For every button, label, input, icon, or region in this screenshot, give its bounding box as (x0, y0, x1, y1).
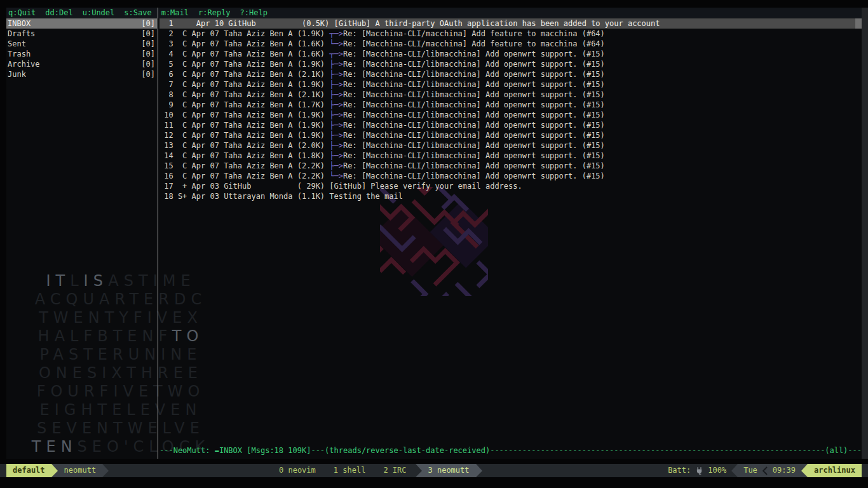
mail-row[interactable]: 3 C Apr 07 Taha Aziz Ben A (1.6K) └─>Re:… (159, 39, 855, 49)
mail-subject: Re: [Macchina-CLI/libmacchina] Add openw… (343, 121, 605, 130)
word-clock-row: FOURFIVETWO (25, 383, 216, 401)
sidebar-item-junk[interactable]: Junk[0] (6, 69, 157, 79)
sidebar-item-archive[interactable]: Archive[0] (6, 59, 157, 69)
mail-row[interactable]: 4 C Apr 07 Taha Aziz Ben A (1.6K) ┬─>Re:… (159, 49, 855, 59)
word-clock-row: ACQUARTERDC (25, 290, 216, 309)
mail-row-meta: 6 C Apr 07 Taha Aziz Ben A (2.1K) (159, 70, 329, 79)
mail-row-meta: 14 C Apr 07 Taha Aziz Ben A (1.8K) (159, 151, 329, 160)
tmux-datetime: Tue 09:39 (738, 464, 801, 477)
help-key-hint: q:Quit (8, 8, 36, 18)
tmux-window[interactable]: 1 shell (325, 464, 375, 477)
mail-row[interactable]: 18 S+ Apr 03 Uttarayan Monda (1.1K) Test… (159, 191, 855, 201)
word-clock-letters: FOURFIVETWO (37, 383, 205, 400)
mail-row[interactable]: 10 C Apr 07 Taha Aziz Ben A (1.9K) ├─>Re… (159, 110, 855, 120)
battery-percentage: 100% (708, 464, 726, 477)
scrollbar-track[interactable] (862, 8, 868, 459)
powerline-arrow-icon (801, 464, 808, 477)
mail-row-meta: 17 + Apr 03 GitHub ( 29K) (159, 182, 329, 191)
mail-row[interactable]: 6 C Apr 07 Taha Aziz Ben A (2.1K) ├─>Re:… (159, 69, 855, 79)
mail-row-meta: 18 S+ Apr 03 Uttarayan Monda (1.1K) (159, 192, 329, 201)
tmux-session-name[interactable]: default (6, 464, 51, 477)
mailbox-name: INBOX (8, 18, 31, 29)
mail-row[interactable]: 2 C Apr 07 Taha Aziz Ben A (1.9K) ┬─>Re:… (159, 29, 855, 39)
powerline-arrow-icon (731, 464, 738, 477)
help-key-hint: u:Undel (83, 8, 115, 18)
word-clock-row: SEVENTWELVE (25, 419, 216, 438)
mail-subject: Re: [Macchina-CLI/libmacchina] Add openw… (343, 131, 605, 140)
mail-subject: Testing the mail (329, 192, 403, 201)
plug-icon (695, 466, 703, 475)
word-clock-row: ONESIXTHREE (25, 364, 216, 383)
mailbox-count: [0] (141, 29, 155, 39)
tmux-status-bar: default neomutt 0 neovim1 shell2 IRC3 ne… (0, 464, 868, 477)
chevron-left-icon (763, 466, 768, 475)
thread-tree-glyph: ├─> (329, 60, 343, 69)
mail-row[interactable]: 16 C Apr 07 Taha Aziz Ben A (2.2K) └─>Re… (159, 171, 855, 181)
word-clock-letters: SEVENTWELVE (37, 419, 205, 437)
mail-row[interactable]: 17 + Apr 03 GitHub ( 29K) [GitHub] Pleas… (159, 181, 855, 191)
mail-row-meta: 5 C Apr 07 Taha Aziz Ben A (1.9K) (159, 60, 329, 69)
mail-row-meta: 4 C Apr 07 Taha Aziz Ben A (1.6K) (159, 50, 329, 58)
mail-subject: Re: [Macchina-CLI/libmacchina] Add openw… (343, 60, 605, 69)
mailbox-count: [0] (141, 39, 155, 49)
mail-row[interactable]: 13 C Apr 07 Taha Aziz Ben A (2.0K) ├─>Re… (159, 140, 855, 151)
mail-row-meta: 10 C Apr 07 Taha Aziz Ben A (1.9K) (159, 111, 329, 119)
mail-row[interactable]: 11 C Apr 07 Taha Aziz Ben A (1.9K) ├─>Re… (159, 120, 855, 130)
mail-row[interactable]: 9 C Apr 07 Taha Aziz Ben A (1.7K) ├─>Re:… (159, 100, 855, 110)
mail-row[interactable]: 8 C Apr 07 Taha Aziz Ben A (2.1K) ├─>Re:… (159, 90, 855, 100)
sidebar-divider (158, 8, 158, 459)
word-clock-letters: TWENTYFIVEX (39, 309, 203, 327)
mail-row[interactable]: 7 C Apr 07 Taha Aziz Ben A (1.9K) ├─>Re:… (159, 79, 855, 90)
word-clock-row: HALFBTENFTO (25, 327, 216, 346)
mail-row[interactable]: 12 C Apr 07 Taha Aziz Ben A (1.9K) ├─>Re… (159, 130, 855, 140)
mail-subject: Re: [Macchina-CLI/libmacchina] Add openw… (343, 50, 605, 58)
mailbox-count: [0] (141, 18, 155, 29)
status-view-filter: (all)--- (825, 445, 862, 456)
thread-tree-glyph: └─> (329, 39, 343, 48)
help-key-hint: ?:Help (240, 8, 268, 18)
word-clock-letters: ONESIXTHREE (39, 364, 203, 382)
mailbox-sidebar: INBOX[0]Drafts[0]Sent[0]Trash[0]Archive[… (6, 18, 157, 79)
word-clock-letters: TO (172, 327, 204, 345)
mail-subject: Re: [Macchina-CLI/libmacchina] Add openw… (343, 161, 605, 170)
mail-subject: Re: [Macchina-CLI/macchina] Add feature … (343, 39, 605, 48)
mail-subject: [GitHub] Please verify your email addres… (329, 182, 522, 191)
wallpaper-maze-art (380, 187, 488, 296)
mail-row[interactable]: 14 C Apr 07 Taha Aziz Ben A (1.8K) ├─>Re… (159, 151, 855, 161)
terminal-window: ITLISASTIMEACQUARTERDCTWENTYFIVEXHALFBTE… (6, 8, 868, 459)
word-clock-letters: IT (46, 272, 70, 290)
mail-subject: Re: [Macchina-CLI/libmacchina] Add openw… (343, 111, 605, 119)
scrollbar-thumb[interactable] (855, 18, 862, 29)
mailbox-name: Trash (8, 49, 31, 59)
mail-subject: Re: [Macchina-CLI/libmacchina] Add openw… (343, 100, 605, 109)
powerline-arrow-icon (416, 464, 422, 477)
sidebar-item-sent[interactable]: Sent[0] (6, 39, 157, 49)
thread-tree-glyph: └─> (329, 172, 343, 180)
powerline-arrow-icon (51, 464, 58, 477)
sidebar-item-inbox[interactable]: INBOX[0] (6, 18, 157, 29)
mail-row-meta: 8 C Apr 07 Taha Aziz Ben A (2.1K) (159, 90, 329, 99)
sidebar-item-drafts[interactable]: Drafts[0] (6, 29, 157, 39)
word-clock-letters: TEN (32, 438, 78, 456)
mail-row-meta: 9 C Apr 07 Taha Aziz Ben A (1.7K) (159, 100, 329, 109)
mail-row-meta: 15 C Apr 07 Taha Aziz Ben A (2.2K) (159, 161, 329, 170)
mail-row[interactable]: 15 C Apr 07 Taha Aziz Ben A (2.2K) ├─>Re… (159, 161, 855, 171)
mail-row-meta: 13 C Apr 07 Taha Aziz Ben A (2.0K) (159, 141, 329, 150)
mail-row[interactable]: 1 Apr 10 GitHub (0.5K) [GitHub] A third-… (159, 18, 855, 29)
mail-subject: Re: [Macchina-CLI/libmacchina] Add openw… (343, 151, 605, 160)
sidebar-item-trash[interactable]: Trash[0] (6, 49, 157, 59)
thread-tree-glyph: ├─> (329, 141, 343, 150)
mail-subject: Re: [Macchina-CLI/libmacchina] Add openw… (343, 90, 605, 99)
tmux-window[interactable]: 0 neovim (270, 464, 325, 477)
help-key-hint: s:Save (124, 8, 151, 18)
thread-tree-glyph: ├─> (329, 80, 343, 89)
mailbox-name: Junk (8, 69, 26, 79)
mail-row[interactable]: 5 C Apr 07 Taha Aziz Ben A (1.9K) ├─>Re:… (159, 59, 855, 69)
mail-row-meta: 1 Apr 10 GitHub (0.5K) (159, 19, 334, 28)
thread-tree-glyph: ├─> (329, 100, 343, 109)
mail-subject: Re: [Macchina-CLI/libmacchina] Add openw… (343, 70, 605, 79)
tmux-window-active[interactable]: 3 neomutt (416, 464, 476, 477)
word-clock-letters: IS (84, 272, 109, 290)
tmux-window[interactable]: 2 IRC (374, 464, 415, 477)
thread-tree-glyph: ├─> (329, 121, 343, 130)
